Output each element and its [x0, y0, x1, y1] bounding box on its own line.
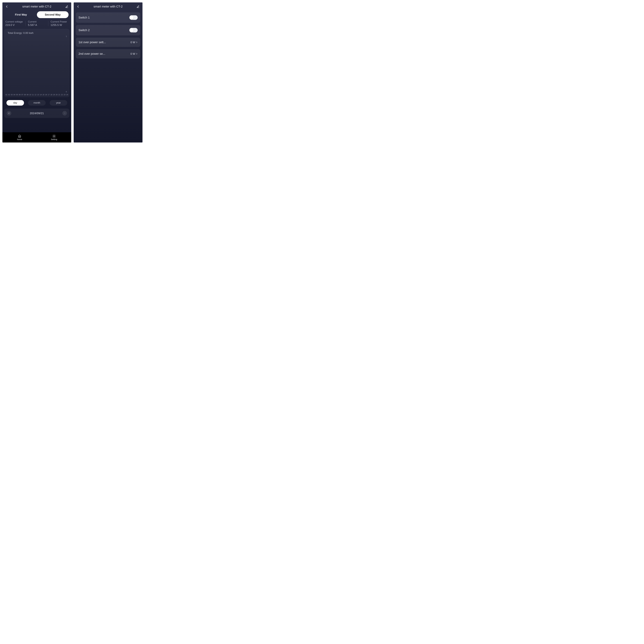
chart-title: Total Energy: 0.00 kwh [8, 32, 67, 34]
period-day[interactable]: day [6, 100, 24, 106]
chart-xtick: 22 [61, 94, 63, 96]
chevron-left-icon [6, 5, 8, 8]
page-title: smart meter with CT-2 [80, 5, 136, 8]
chart-xtick: 20 [56, 94, 58, 96]
row-switch-1[interactable]: Switch 1 [76, 12, 140, 23]
tab-second-way[interactable]: Second Way [37, 11, 69, 18]
date-label: 2024/09/21 [30, 112, 44, 115]
nav-home-label: home [17, 138, 22, 140]
row-switch-2-label: Switch 2 [78, 28, 90, 32]
chart-xticks: 0102030405060708091011121314151617181920… [6, 94, 68, 96]
metric-voltage: Current voltage 219.0 V [3, 20, 25, 27]
row-switch-2[interactable]: Switch 2 [76, 25, 140, 35]
chart-ytick-min: 0 [66, 91, 67, 93]
chart-xtick: 03 [11, 94, 13, 96]
bottom-nav: home Setting [2, 132, 71, 142]
date-selector: 2024/09/21 [4, 109, 69, 118]
chart-xtick: 14 [40, 94, 42, 96]
period-year[interactable]: year [50, 100, 67, 106]
toggle-switch-2[interactable] [129, 28, 138, 32]
metrics-row: Current voltage 219.0 V Current 5.587 A … [2, 20, 71, 29]
toggle-knob [130, 28, 134, 32]
home-icon [18, 134, 21, 138]
chart-ytick-max: 1 [66, 35, 67, 37]
chart-xtick: 09 [27, 94, 29, 96]
page-title: smart meter with CT-2 [9, 5, 65, 8]
chart-xtick: 08 [24, 94, 26, 96]
chart-xtick: 23 [64, 94, 65, 96]
date-next-button[interactable] [62, 111, 67, 116]
edit-button[interactable] [136, 5, 140, 9]
date-prev-button[interactable] [7, 111, 11, 116]
nav-setting[interactable]: Setting [37, 132, 71, 142]
metric-current-value: 5.587 A [28, 23, 46, 27]
period-tabs: day month year [6, 100, 67, 106]
chart-xtick: 21 [58, 94, 60, 96]
screen-energy: smart meter with CT-2 First Way Second W… [2, 2, 71, 142]
chart-xtick: 18 [50, 94, 52, 96]
row-over-power-2-label: 2nd over power se... [78, 52, 105, 56]
metric-power-value: 1255.5 W [51, 23, 68, 27]
row-over-power-1[interactable]: 1st over power sett... 0 W [76, 38, 140, 47]
chart-xtick: 12 [35, 94, 36, 96]
header: smart meter with CT-2 [74, 2, 142, 10]
chart-xtick: 04 [13, 94, 15, 96]
energy-chart: Total Energy: 0.00 kwh 1 0 0102030405060… [4, 29, 69, 97]
chart-xtick: 11 [32, 94, 34, 96]
toggle-knob [130, 16, 134, 20]
tab-first-way[interactable]: First Way [5, 11, 37, 18]
nav-setting-label: Setting [51, 138, 57, 140]
gear-icon [52, 134, 56, 138]
chart-xtick: 10 [29, 94, 31, 96]
chevron-right-icon [136, 53, 138, 55]
back-button[interactable] [5, 5, 9, 9]
chart-xtick: 17 [48, 94, 50, 96]
pencil-icon [137, 5, 140, 8]
svg-point-0 [54, 136, 54, 137]
settings-list: Switch 1 Switch 2 1st over power sett...… [74, 10, 142, 58]
row-over-power-1-value: 0 W [130, 41, 138, 44]
chevron-left-icon [77, 5, 79, 8]
chart-xtick: 01 [6, 94, 7, 96]
pencil-icon [65, 5, 68, 8]
back-button[interactable] [76, 5, 80, 9]
chart-xtick: 02 [8, 94, 10, 96]
chart-xtick: 07 [21, 94, 23, 96]
row-over-power-2[interactable]: 2nd over power se... 0 W [76, 49, 140, 58]
row-over-power-1-label: 1st over power sett... [78, 41, 106, 44]
way-tabs: First Way Second Way [5, 11, 69, 18]
nav-home[interactable]: home [2, 132, 37, 142]
chevron-left-icon [8, 112, 10, 114]
chart-xtick: 24 [66, 94, 68, 96]
chart-xtick: 15 [43, 94, 44, 96]
chart-xtick: 16 [45, 94, 47, 96]
toggle-switch-1[interactable] [129, 15, 138, 20]
value-text: 0 W [130, 41, 135, 44]
metric-power-label: Current Power [51, 20, 68, 23]
metric-voltage-label: Current voltage [5, 20, 23, 23]
edit-button[interactable] [65, 5, 69, 9]
metric-power: Current Power 1255.5 W [48, 20, 71, 27]
chevron-right-icon [64, 112, 66, 114]
chart-xtick: 06 [19, 94, 21, 96]
row-over-power-2-value: 0 W [130, 52, 138, 55]
header: smart meter with CT-2 [2, 2, 71, 10]
chart-xtick: 19 [53, 94, 55, 96]
row-switch-1-label: Switch 1 [78, 16, 90, 19]
metric-current-label: Current [28, 20, 46, 23]
screen-settings: smart meter with CT-2 Switch 1 Switch 2 … [74, 2, 142, 142]
metric-current: Current 5.587 A [25, 20, 48, 27]
chart-area: 1 0 [6, 36, 67, 92]
metric-voltage-value: 219.0 V [5, 23, 23, 27]
chart-xtick: 05 [16, 94, 18, 96]
period-month[interactable]: month [28, 100, 46, 106]
value-text: 0 W [130, 52, 135, 55]
chevron-right-icon [136, 41, 138, 43]
chart-xtick: 13 [37, 94, 39, 96]
